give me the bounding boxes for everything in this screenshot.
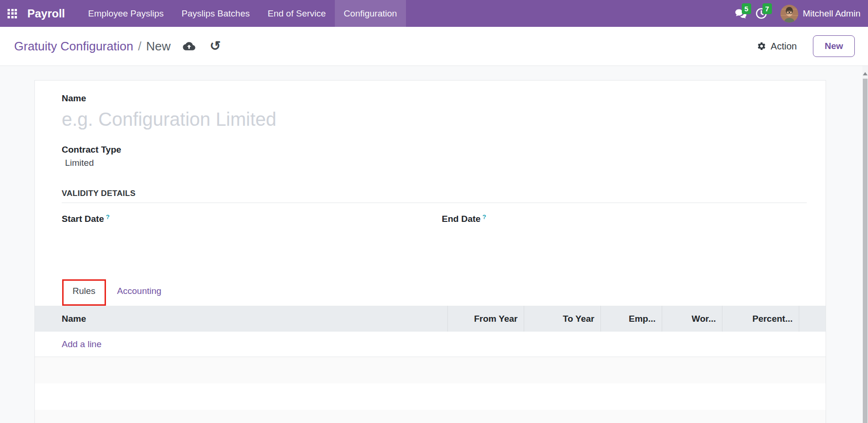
table-empty-row bbox=[35, 383, 826, 410]
add-a-line-link[interactable]: Add a line bbox=[62, 339, 102, 350]
start-date-input[interactable] bbox=[62, 224, 378, 243]
messages-badge: 5 bbox=[742, 3, 751, 14]
scrollbar[interactable] bbox=[862, 66, 868, 423]
table-empty-row bbox=[35, 357, 826, 383]
contract-type-value[interactable]: Limited bbox=[62, 157, 807, 168]
save-record-button[interactable] bbox=[181, 39, 197, 54]
validity-details-section-title: VALIDITY DETAILS bbox=[62, 189, 807, 198]
column-header-name[interactable]: Name bbox=[35, 306, 447, 332]
start-date-help-icon[interactable]: ? bbox=[106, 213, 110, 220]
form-sheet: Name Contract Type Limited VALIDITY DETA… bbox=[34, 80, 826, 423]
activities-button[interactable]: 7 bbox=[751, 0, 772, 27]
rules-table-header: Name From Year To Year Emp... Wor... Per… bbox=[35, 306, 826, 332]
table-empty-row bbox=[35, 410, 826, 423]
contract-type-field-label: Contract Type bbox=[62, 144, 121, 155]
user-name: Mitchell Admin bbox=[803, 8, 861, 19]
apps-grid-icon bbox=[8, 9, 17, 18]
scrollbar-up-arrow-icon[interactable] bbox=[863, 72, 868, 75]
breadcrumb: Gratuity Configuration / New ↺ bbox=[14, 39, 223, 54]
main-menu: Employee Payslips Payslips Batches End o… bbox=[79, 0, 406, 27]
app-brand[interactable]: Payroll bbox=[24, 0, 72, 27]
activities-badge: 7 bbox=[763, 3, 772, 14]
control-panel: Gratuity Configuration / New ↺ Action Ne… bbox=[0, 27, 868, 66]
column-header-spacer bbox=[799, 306, 826, 332]
scrollbar-thumb[interactable] bbox=[863, 79, 868, 423]
breadcrumb-separator: / bbox=[138, 39, 141, 54]
end-date-help-icon[interactable]: ? bbox=[482, 213, 486, 220]
cloud-save-icon bbox=[183, 41, 195, 52]
navbar-systray: 5 7 bbox=[730, 0, 868, 27]
control-panel-actions: Action New bbox=[757, 35, 855, 57]
nav-item-payslips-batches[interactable]: Payslips Batches bbox=[173, 0, 259, 27]
tab-rules[interactable]: Rules bbox=[62, 276, 106, 306]
breadcrumb-current: New bbox=[146, 39, 170, 54]
content-area: Name Contract Type Limited VALIDITY DETA… bbox=[0, 66, 868, 423]
new-button[interactable]: New bbox=[813, 35, 855, 57]
discard-changes-button[interactable]: ↺ bbox=[208, 39, 222, 53]
notebook-tabs: Rules Accounting bbox=[62, 276, 807, 306]
end-date-field-label: End Date bbox=[442, 213, 480, 224]
end-date-input[interactable] bbox=[442, 224, 752, 243]
column-header-emp[interactable]: Emp... bbox=[600, 306, 662, 332]
rules-table: Name From Year To Year Emp... Wor... Per… bbox=[35, 306, 826, 423]
messages-button[interactable]: 5 bbox=[730, 0, 751, 27]
action-label: Action bbox=[771, 41, 797, 52]
nav-item-employee-payslips[interactable]: Employee Payslips bbox=[79, 0, 173, 27]
undo-icon: ↺ bbox=[210, 41, 220, 51]
name-input[interactable] bbox=[62, 106, 583, 133]
gear-icon bbox=[757, 41, 766, 51]
validity-fields-group: Start Date? End Date? bbox=[62, 213, 807, 243]
section-divider bbox=[62, 203, 807, 203]
column-header-percent[interactable]: Percent... bbox=[722, 306, 799, 332]
action-menu-button[interactable]: Action bbox=[757, 41, 797, 52]
column-header-to-year[interactable]: To Year bbox=[524, 306, 600, 332]
avatar bbox=[780, 5, 798, 23]
nav-item-configuration[interactable]: Configuration bbox=[335, 0, 406, 27]
start-date-field-label: Start Date bbox=[62, 213, 104, 224]
top-navbar: Payroll Employee Payslips Payslips Batch… bbox=[0, 0, 868, 27]
column-header-wor[interactable]: Wor... bbox=[662, 306, 722, 332]
column-header-from-year[interactable]: From Year bbox=[447, 306, 524, 332]
table-add-line-row: Add a line bbox=[35, 332, 826, 357]
apps-menu-button[interactable] bbox=[0, 0, 24, 27]
name-field-label: Name bbox=[62, 93, 86, 104]
user-menu[interactable]: Mitchell Admin bbox=[780, 5, 861, 23]
nav-item-end-of-service[interactable]: End of Service bbox=[259, 0, 335, 27]
form-fields: Name Contract Type Limited VALIDITY DETA… bbox=[35, 81, 826, 306]
tab-accounting[interactable]: Accounting bbox=[106, 276, 172, 306]
breadcrumb-parent-link[interactable]: Gratuity Configuration bbox=[14, 39, 133, 54]
